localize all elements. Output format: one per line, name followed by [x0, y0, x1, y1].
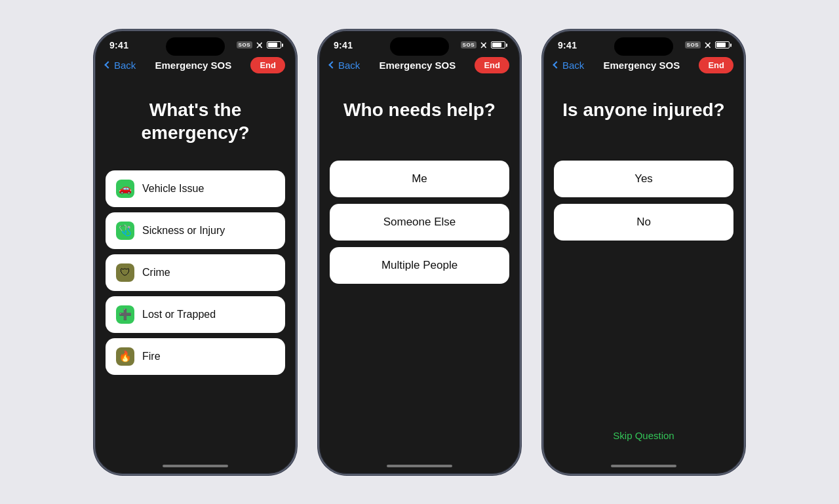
crime-btn[interactable]: 🛡 Crime	[106, 254, 285, 291]
lost-trapped-btn[interactable]: ➕ Lost or Trapped	[106, 296, 285, 333]
status-icons-1: SOS	[237, 41, 281, 49]
sickness-injury-label: Sickness or Injury	[142, 225, 225, 237]
vehicle-issue-label: Vehicle Issue	[142, 183, 204, 195]
dynamic-island	[166, 37, 225, 56]
nav-title-3: Emergency SOS	[604, 60, 680, 71]
battery-icon-1	[267, 41, 281, 48]
dynamic-island-3	[614, 37, 673, 56]
fire-btn[interactable]: 🔥 Fire	[106, 338, 285, 375]
back-button-2[interactable]: Back	[330, 60, 360, 71]
who-options-list: Me Someone Else Multiple People	[330, 161, 509, 284]
svg-point-1	[482, 44, 485, 47]
svg-point-2	[707, 44, 709, 47]
end-button-1[interactable]: End	[250, 57, 285, 73]
vehicle-icon: 🚗	[116, 180, 134, 198]
question-title-2: Who needs help?	[343, 98, 496, 121]
chevron-left-icon-2	[328, 61, 336, 68]
dynamic-island-2	[390, 37, 449, 56]
nav-title-1: Emergency SOS	[155, 60, 232, 71]
nav-bar-1: Back Emergency SOS End	[95, 54, 296, 79]
fire-label: Fire	[142, 351, 161, 362]
nav-bar-3: Back Emergency SOS End	[543, 54, 744, 79]
lost-trapped-label: Lost or Trapped	[142, 309, 216, 320]
someone-else-btn[interactable]: Someone Else	[330, 204, 509, 241]
chevron-left-icon-3	[553, 61, 560, 68]
status-time-3: 9:41	[558, 40, 577, 50]
end-button-2[interactable]: End	[475, 57, 509, 73]
back-button-3[interactable]: Back	[554, 60, 584, 71]
skip-question-link[interactable]: Skip Question	[613, 430, 674, 448]
lost-icon: ➕	[116, 305, 134, 324]
home-indicator-2	[387, 465, 452, 467]
sickness-icon: 🩺	[116, 222, 134, 240]
status-icons-3: SOS	[685, 41, 730, 49]
crime-label: Crime	[142, 267, 170, 279]
sickness-injury-btn[interactable]: 🩺 Sickness or Injury	[106, 212, 285, 249]
status-icons-2: SOS	[461, 41, 505, 49]
satellite-icon-2	[480, 41, 488, 49]
yes-btn[interactable]: Yes	[554, 161, 733, 197]
nav-title-2: Emergency SOS	[380, 60, 456, 71]
yes-no-options-list: Yes No	[554, 161, 733, 241]
status-time-1: 9:41	[109, 40, 128, 50]
phone-emergency-type: 9:41 SOS Back Emergency SOS End What's t…	[94, 29, 297, 475]
option-list-1: 🚗 Vehicle Issue 🩺 Sickness or Injury 🛡 C…	[106, 170, 285, 375]
screen-content-3: Is anyone injured? Yes No Skip Question	[543, 79, 744, 461]
chevron-left-icon-1	[104, 61, 111, 68]
home-indicator-3	[611, 465, 676, 467]
question-title-3: Is anyone injured?	[562, 98, 724, 121]
home-indicator-1	[163, 465, 228, 467]
satellite-icon-1	[256, 41, 263, 49]
vehicle-issue-btn[interactable]: 🚗 Vehicle Issue	[106, 170, 285, 207]
end-button-3[interactable]: End	[699, 57, 733, 73]
no-btn[interactable]: No	[554, 204, 733, 241]
nav-bar-2: Back Emergency SOS End	[319, 54, 520, 79]
sos-badge-3: SOS	[685, 41, 701, 48]
question-title-1: What's the emergency?	[106, 98, 285, 144]
sos-badge-2: SOS	[461, 41, 477, 48]
phone-who-needs-help: 9:41 SOS Back Emergency SOS End Who need…	[318, 29, 521, 475]
crime-icon: 🛡	[116, 263, 134, 282]
sos-badge-1: SOS	[237, 41, 252, 48]
screen-content-2: Who needs help? Me Someone Else Multiple…	[319, 79, 520, 461]
svg-point-0	[258, 44, 261, 47]
battery-icon-3	[715, 41, 730, 48]
multiple-people-btn[interactable]: Multiple People	[330, 247, 509, 284]
back-button-1[interactable]: Back	[106, 60, 136, 71]
me-btn[interactable]: Me	[330, 161, 509, 197]
satellite-icon-3	[704, 41, 712, 49]
fire-icon: 🔥	[116, 347, 134, 366]
battery-icon-2	[491, 41, 505, 48]
screen-content-1: What's the emergency? 🚗 Vehicle Issue 🩺 …	[95, 79, 296, 461]
phone-injured: 9:41 SOS Back Emergency SOS End Is anyon…	[542, 29, 745, 475]
status-time-2: 9:41	[334, 40, 353, 50]
